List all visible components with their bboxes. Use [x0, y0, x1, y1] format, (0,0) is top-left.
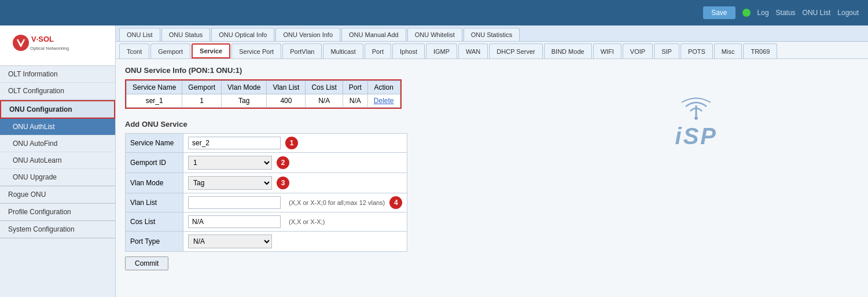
sidebar-item-rogue-onu[interactable]: Rogue ONU: [0, 186, 115, 203]
nav-onu-list[interactable]: ONU List: [803, 9, 831, 17]
subtab-multicast[interactable]: Multicast: [323, 43, 363, 58]
commit-button[interactable]: Commit: [125, 256, 168, 270]
cell-gemport: 1: [182, 94, 222, 108]
tab-onu-status[interactable]: ONU Status: [161, 28, 211, 41]
col-action: Action: [367, 81, 400, 94]
cos-list-hint: (X,X or X-X;): [285, 218, 325, 225]
step-badge-4: 4: [389, 196, 402, 209]
subtab-sip[interactable]: SIP: [654, 43, 679, 58]
add-service-title: Add ONU Service: [125, 120, 859, 129]
step-badge-1: 1: [285, 137, 298, 149]
col-cos-list: Cos List: [306, 81, 343, 94]
service-name-row: 1: [188, 137, 402, 149]
sidebar-item-onu-autolearn[interactable]: ONU AutoLearn: [0, 152, 115, 169]
cos-list-input[interactable]: [188, 215, 281, 228]
label-service-name: Service Name: [126, 134, 183, 153]
form-row-vlan-list: Vlan List (X,X or X-X;0 for all;max 12 v…: [126, 193, 407, 212]
field-cos-list: (X,X or X-X;): [183, 212, 407, 232]
subtab-portvlan[interactable]: PortVlan: [282, 43, 322, 58]
cell-action[interactable]: Delete: [367, 94, 400, 108]
sidebar: V·SOL Optical Networking OLT Information…: [0, 25, 116, 297]
label-port-type: Port Type: [126, 232, 183, 252]
subtab-bind-mode[interactable]: BIND Mode: [544, 43, 592, 58]
subtab-dhcp-server[interactable]: DHCP Server: [489, 43, 542, 58]
sidebar-section-rogue: Rogue ONU: [0, 186, 115, 204]
subtab-tcont[interactable]: Tcont: [119, 43, 149, 58]
sub-tab-bar: Tcont Gemport Service Service Port PortV…: [116, 42, 868, 59]
vsol-logo: V·SOL Optical Networking: [8, 31, 78, 60]
subtab-voip[interactable]: VOIP: [623, 43, 653, 58]
subtab-iphost[interactable]: Iphost: [392, 43, 425, 58]
form-row-service-name: Service Name 1: [126, 134, 407, 153]
main-layout: V·SOL Optical Networking OLT Information…: [0, 25, 868, 297]
nav-logout[interactable]: Logout: [837, 9, 859, 17]
nav-status[interactable]: Status: [776, 9, 796, 17]
step-badge-3: 3: [277, 177, 289, 189]
subtab-igmp[interactable]: IGMP: [426, 43, 457, 58]
port-type-select[interactable]: N/A ETH VEIP: [188, 234, 272, 248]
tab-onu-whitelist[interactable]: ONU Whitelist: [407, 28, 462, 41]
isp-tower-icon: [675, 94, 718, 123]
cell-service-name: ser_1: [127, 94, 182, 108]
subtab-service[interactable]: Service: [192, 43, 230, 58]
vlan-mode-select[interactable]: Tag Transparent Trunk: [188, 176, 272, 190]
vlan-list-input[interactable]: [188, 196, 281, 209]
sidebar-section-profile: Profile Configuration: [0, 204, 115, 221]
tab-onu-optical-info[interactable]: ONU Optical Info: [211, 28, 274, 41]
subtab-tr069[interactable]: TR069: [743, 43, 777, 58]
sidebar-item-onu-authlist[interactable]: ONU AuthList: [0, 119, 115, 135]
subtab-wifi[interactable]: WIFI: [593, 43, 621, 58]
delete-link[interactable]: Delete: [374, 97, 394, 105]
vlan-list-row: (X,X or X-X;0 for all;max 12 vlans) 4: [188, 196, 402, 209]
service-info-title: ONU Service Info (PON:1 ONU:1): [125, 66, 859, 75]
col-vlan-list: Vlan List: [267, 81, 306, 94]
service-info-table: Service Name Gemport Vlan Mode Vlan List…: [126, 80, 400, 108]
step-badge-2: 2: [277, 156, 289, 169]
svg-text:V·SOL: V·SOL: [31, 35, 54, 43]
table-row: ser_1 1 Tag 400 N/A N/A Delete: [127, 94, 400, 108]
tab-onu-manual-add[interactable]: ONU Manual Add: [341, 28, 406, 41]
col-gemport: Gemport: [182, 81, 222, 94]
field-service-name: 1: [183, 134, 407, 153]
subtab-wan[interactable]: WAN: [458, 43, 488, 58]
subtab-pots[interactable]: POTS: [681, 43, 713, 58]
sidebar-item-profile-configuration[interactable]: Profile Configuration: [0, 204, 115, 221]
col-service-name: Service Name: [127, 81, 182, 94]
cos-list-row: (X,X or X-X;): [188, 215, 402, 228]
gemport-id-select[interactable]: 1 2 3 4: [188, 156, 272, 170]
sidebar-item-system-configuration[interactable]: System Configuration: [0, 221, 115, 238]
label-gemport-id: Gemport ID: [126, 153, 183, 173]
tab-onu-version-info[interactable]: ONU Version Info: [275, 28, 340, 41]
content-area: ONU List ONU Status ONU Optical Info ONU…: [116, 25, 868, 297]
subtab-service-port[interactable]: Service Port: [231, 43, 281, 58]
sidebar-section-onu: ONU Configuration ONU AuthList ONU AutoF…: [0, 100, 115, 186]
col-port: Port: [343, 81, 367, 94]
subtab-port[interactable]: Port: [365, 43, 391, 58]
subtab-misc[interactable]: Misc: [714, 43, 742, 58]
tab-onu-list[interactable]: ONU List: [119, 28, 160, 41]
sidebar-item-olt-information[interactable]: OLT Information: [0, 66, 115, 83]
gemport-row: 1 2 3 4 2: [188, 156, 402, 170]
field-vlan-list: (X,X or X-X;0 for all;max 12 vlans) 4: [183, 193, 407, 212]
cell-vlan-list: 400: [267, 94, 306, 108]
cell-cos-list: N/A: [306, 94, 343, 108]
svg-point-0: [13, 35, 29, 51]
tab-onu-statistics[interactable]: ONU Statistics: [464, 28, 520, 41]
sidebar-item-onu-upgrade[interactable]: ONU Upgrade: [0, 169, 115, 186]
status-indicator: [742, 9, 751, 17]
sidebar-item-onu-configuration[interactable]: ONU Configuration: [0, 100, 115, 119]
label-cos-list: Cos List: [126, 212, 183, 232]
nav-log[interactable]: Log: [757, 9, 769, 17]
add-service-form: Service Name 1 Gemport ID: [125, 133, 407, 252]
logo-area: V·SOL Optical Networking: [0, 25, 115, 66]
service-name-input[interactable]: [188, 137, 281, 149]
subtab-gemport[interactable]: Gemport: [150, 43, 190, 58]
save-button[interactable]: Save: [703, 6, 735, 19]
label-vlan-list: Vlan List: [126, 193, 183, 212]
cell-port: N/A: [343, 94, 367, 108]
vlan-mode-row: Tag Transparent Trunk 3: [188, 176, 402, 190]
main-tab-bar: ONU List ONU Status ONU Optical Info ONU…: [116, 25, 868, 42]
sidebar-item-onu-autofind[interactable]: ONU AutoFind: [0, 135, 115, 152]
form-row-port-type: Port Type N/A ETH VEIP: [126, 232, 407, 252]
sidebar-item-olt-configuration[interactable]: OLT Configuration: [0, 83, 115, 100]
